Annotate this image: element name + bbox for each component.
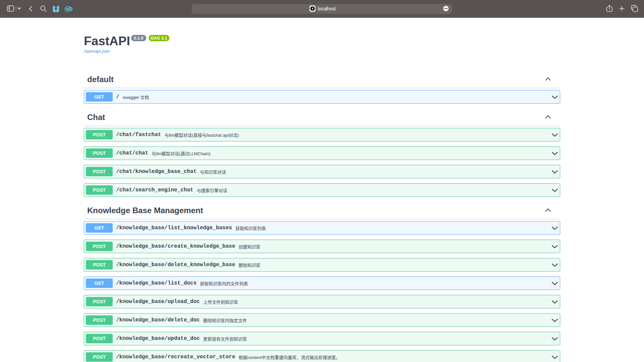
svg-text:localhost: localhost [318,6,336,11]
